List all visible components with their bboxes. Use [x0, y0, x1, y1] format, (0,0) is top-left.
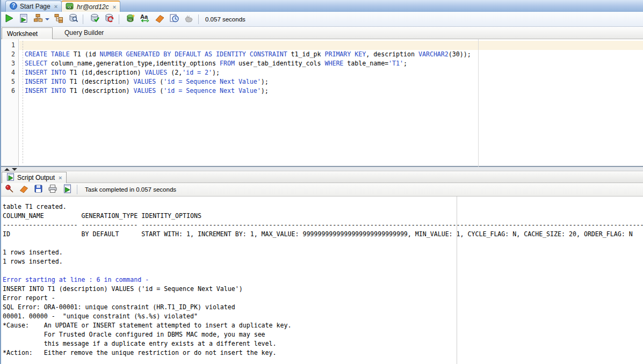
elapsed-time: 0.057 seconds [205, 16, 245, 23]
tab-connection-hr-ord12c[interactable]: SQL hr@ord12c × [61, 1, 120, 12]
run-script-output-button[interactable] [61, 184, 74, 195]
collapse-down-icon[interactable] [12, 168, 17, 171]
tab-start-page[interactable]: ? Start Page × [5, 1, 62, 12]
worksheet-toolbar: SQL ★ Aa [1, 12, 643, 27]
right-margin-line [478, 39, 479, 167]
find-db-object-button[interactable] [67, 13, 80, 25]
code-line[interactable]: SELECT column_name,generation_type,ident… [19, 59, 643, 68]
output-margin-line [457, 196, 457, 364]
script-output-icon [6, 173, 15, 183]
svg-text:?: ? [12, 3, 15, 9]
editor-gutter: 123456 [1, 39, 19, 166]
toolbar-separator [77, 185, 77, 194]
svg-text:SQL: SQL [128, 19, 132, 21]
run-script-button[interactable] [17, 13, 30, 25]
tab-worksheet[interactable]: Worksheet [2, 27, 53, 39]
code-line[interactable]: CREATE TABLE T1 (id NUMBER GENERATED BY … [19, 50, 643, 59]
toolbar-separator [198, 14, 199, 24]
close-icon[interactable]: × [113, 4, 116, 10]
help-icon: ? [10, 2, 17, 11]
indent-guide-line [23, 41, 23, 163]
run-statement-icon [4, 13, 14, 25]
output-line: SQL Error: ORA-00001: unique constraint … [3, 303, 643, 312]
commit-icon [90, 13, 100, 25]
toolbar-separator [83, 14, 83, 24]
commit-button[interactable] [88, 13, 101, 25]
clear-output-button[interactable] [17, 184, 30, 195]
output-line: Error report - [3, 294, 643, 303]
document-tab-bar: ? Start Page × SQL hr@ord12c × [1, 0, 643, 12]
print-button[interactable] [46, 184, 59, 195]
run-script-icon [19, 13, 28, 25]
line-number: 2 [1, 50, 18, 59]
explain-plan-icon [54, 13, 63, 25]
rollback-button[interactable] [103, 13, 115, 25]
line-number: 1 [1, 41, 18, 50]
svg-text:Aa: Aa [140, 13, 148, 20]
output-line: 00001. 00000 - "unique constraint (%s.%s… [3, 312, 643, 321]
autotrace-icon [33, 13, 43, 25]
output-line: *Cause: An UPDATE or INSERT statement at… [3, 321, 643, 330]
tab-query-builder[interactable]: Query Builder [60, 27, 108, 39]
clear-icon [155, 13, 165, 25]
svg-text:SQL: SQL [68, 6, 72, 9]
output-line: this message if a duplicate entry exists… [3, 339, 643, 348]
code-line[interactable]: INSERT INTO T1 (description) VALUES ('id… [19, 77, 643, 86]
tab-label: Start Page [20, 3, 50, 10]
output-line: ID BY DEFAULT START WITH: 1, INCREMENT B… [3, 230, 643, 239]
output-line [3, 266, 643, 275]
output-line: Error starting at line : 6 in command - [3, 275, 643, 285]
autotrace-button[interactable] [32, 13, 45, 25]
change-case-button[interactable]: Aa [139, 13, 151, 25]
explain-plan-button[interactable] [52, 13, 65, 25]
tab-label: Query Builder [64, 29, 104, 37]
pushpin-icon [5, 184, 14, 195]
editor-code-area[interactable]: CREATE TABLE T1 (id NUMBER GENERATED BY … [19, 39, 643, 96]
line-number: 3 [1, 59, 18, 68]
tab-label: hr@ord12c [77, 3, 109, 11]
clear-button[interactable] [153, 13, 166, 25]
disabled-tool-icon [184, 13, 194, 25]
output-line: -------------------- --------------- ---… [3, 221, 643, 230]
code-line[interactable]: INSERT INTO T1 (description) VALUES ('id… [19, 86, 643, 96]
line-number: 4 [1, 68, 18, 77]
close-icon[interactable]: × [59, 175, 62, 180]
output-line: *Action: Either remove the unique restri… [3, 348, 643, 358]
output-line: COLUMN_NAME GENERATION_TYPE IDENTITY_OPT… [3, 212, 643, 221]
toolbar-separator [119, 14, 119, 24]
clear-icon [19, 184, 28, 195]
save-icon [34, 184, 43, 195]
unshared-worksheet-button[interactable]: SQL ★ [124, 13, 137, 25]
panel-splitter[interactable] [1, 167, 643, 171]
output-line: table T1 created. [3, 202, 643, 212]
script-output-text: table T1 created.COLUMN_NAME GENERATION_… [1, 196, 643, 358]
close-icon[interactable]: × [54, 4, 57, 9]
tab-label: Script Output [17, 174, 55, 181]
task-status: Task completed in 0.057 seconds [85, 186, 176, 193]
output-toolbar: Task completed in 0.057 seconds [1, 183, 643, 196]
dropdown-arrow-icon[interactable] [45, 18, 49, 20]
sql-worksheet-icon: SQL [66, 2, 74, 12]
svg-text:★: ★ [131, 13, 135, 18]
output-line: 1 rows inserted. [3, 248, 643, 257]
pushpin-button[interactable] [3, 184, 16, 195]
code-line[interactable] [19, 41, 643, 50]
unshared-worksheet-icon: SQL ★ [126, 13, 136, 25]
output-line: For Trusted Oracle configured in DBMS MA… [3, 330, 643, 339]
code-line[interactable]: INSERT INTO T1 (id,description) VALUES (… [19, 68, 643, 77]
save-button[interactable] [32, 184, 45, 195]
change-case-icon: Aa [140, 13, 150, 25]
sql-editor[interactable]: 123456 CREATE TABLE T1 (id NUMBER GENERA… [1, 39, 643, 167]
sql-history-button[interactable] [168, 13, 180, 25]
tab-script-output[interactable]: Script Output × [2, 172, 67, 183]
output-line [3, 239, 643, 248]
collapse-up-icon[interactable] [4, 168, 10, 171]
find-db-object-icon [68, 13, 78, 25]
worksheet-tab-bar: Worksheet Query Builder [1, 27, 643, 39]
line-number: 5 [1, 77, 18, 86]
disabled-tool-button [182, 13, 195, 25]
script-output-area: table T1 created.COLUMN_NAME GENERATION_… [1, 196, 643, 364]
run-statement-button[interactable] [3, 13, 16, 25]
rollback-icon [104, 13, 114, 25]
print-icon [48, 184, 57, 195]
